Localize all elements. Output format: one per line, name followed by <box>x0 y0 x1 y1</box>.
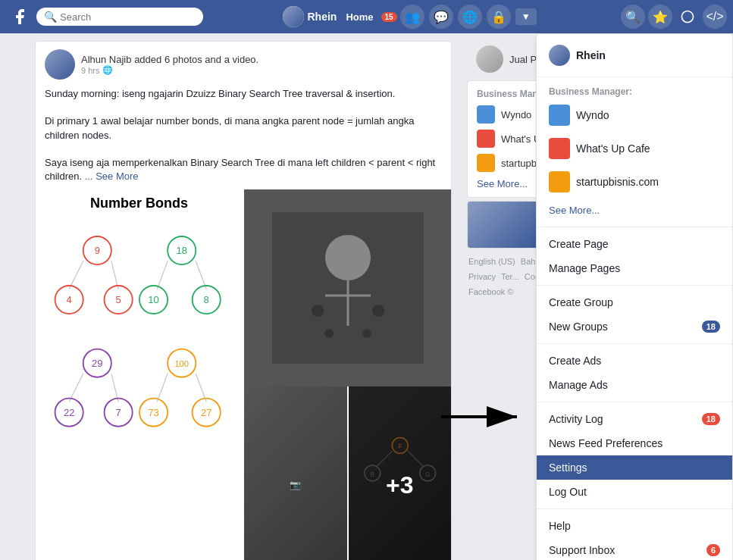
svg-line-18 <box>69 374 83 402</box>
dd-activity-log[interactable]: Activity Log 18 <box>537 407 732 431</box>
dropdown-menu: Rhein Business Manager: Wyndo What's Up … <box>536 33 733 560</box>
dd-create-page[interactable]: Create Page <box>537 232 732 256</box>
dd-support-inbox[interactable]: Support Inbox 6 <box>537 538 732 560</box>
dd-biz-wyndo[interactable]: Wyndo <box>537 99 732 132</box>
dd-biz-section: Business Manager: Wyndo What's Up Cafe s… <box>537 77 732 227</box>
dd-biz-startup[interactable]: startupbisnis.com <box>537 165 732 199</box>
svg-point-38 <box>324 329 334 338</box>
svg-text:8: 8 <box>203 295 208 306</box>
nav-left: 🔍 <box>0 3 203 30</box>
footer-link-privacy[interactable]: Privacy <box>468 272 496 281</box>
dd-settings-label: Settings <box>549 461 587 474</box>
dd-manage-pages[interactable]: Manage Pages <box>537 256 732 280</box>
dd-whatsup-icon <box>549 138 570 159</box>
nav-dropdown-button[interactable]: ▼ <box>515 8 537 25</box>
plus-overlay: +3 <box>349 386 452 560</box>
svg-text:29: 29 <box>92 358 102 369</box>
dd-create-group[interactable]: Create Group <box>537 290 732 314</box>
dd-startup-label: startupbisnis.com <box>576 176 659 188</box>
globe-icon[interactable]: 🌐 <box>458 5 482 29</box>
post-author-name[interactable]: Alhun Najib added 6 photos and a video. <box>81 54 442 65</box>
biz-logo-startup <box>477 154 495 172</box>
post-photos-right: 📷 F B <box>244 189 451 560</box>
search-input[interactable] <box>60 11 196 23</box>
dd-log-out-label: Log Out <box>549 486 587 498</box>
chevron-down-icon: ▼ <box>522 11 531 22</box>
post-author-avatar[interactable] <box>45 49 75 80</box>
dd-settings[interactable]: Settings <box>537 455 732 480</box>
dd-user-name: Rhein <box>576 49 606 61</box>
number-bonds-title: Number Bonds <box>90 196 188 211</box>
see-more-link[interactable]: ... See More <box>85 171 139 182</box>
svg-text:22: 22 <box>63 407 74 418</box>
dd-see-more-label: See More... <box>549 205 600 216</box>
dd-see-more[interactable]: See More... <box>537 199 732 222</box>
skype-icon[interactable] <box>675 5 700 29</box>
dd-new-groups-label: New Groups <box>549 321 608 333</box>
nav-home-label[interactable]: Home <box>346 11 373 23</box>
lock-icon[interactable]: 🔒 <box>487 5 511 29</box>
news-card-image <box>468 202 536 248</box>
footer-link-terms[interactable]: Ter... <box>501 272 519 281</box>
svg-line-27 <box>196 374 206 402</box>
dd-wyndo-label: Wyndo <box>576 109 609 121</box>
dd-user-item[interactable]: Rhein <box>537 39 732 72</box>
avatar <box>283 6 304 27</box>
dd-manage-ads-label: Manage Ads <box>549 379 608 391</box>
nav-user[interactable]: Rhein <box>283 6 337 27</box>
dd-help[interactable]: Help <box>537 514 732 538</box>
number-bonds-image[interactable]: Number Bonds 9 4 5 18 <box>36 189 243 560</box>
search-nav-icon[interactable]: 🔍 <box>621 5 645 29</box>
dd-create-ads[interactable]: Create Ads <box>537 349 732 373</box>
post-photo-br[interactable]: F B G +3 <box>349 386 452 560</box>
dd-new-groups[interactable]: New Groups 18 <box>537 314 732 339</box>
friends-icon[interactable]: 👥 <box>400 5 424 29</box>
svg-point-37 <box>372 305 384 317</box>
svg-point-36 <box>312 305 324 317</box>
messages-icon[interactable]: 💬 <box>429 5 453 29</box>
svg-text:7: 7 <box>115 407 121 418</box>
code-icon[interactable]: </> <box>703 5 727 29</box>
post-photo-top[interactable] <box>244 189 451 386</box>
dd-user-avatar <box>549 45 570 66</box>
svg-text:100: 100 <box>174 359 189 368</box>
svg-text:4: 4 <box>66 295 71 306</box>
search-bar[interactable]: 🔍 <box>36 8 203 26</box>
dd-manage-ads[interactable]: Manage Ads <box>537 373 732 397</box>
post-photo-bl[interactable]: 📷 <box>244 386 347 560</box>
dd-support-inbox-label: Support Inbox <box>549 544 615 556</box>
biz-logo-whatsup <box>477 130 495 148</box>
dd-biz-label: Business Manager: <box>537 82 732 99</box>
post-card: Alhun Najib added 6 photos and a video. … <box>35 41 452 560</box>
dd-wyndo-icon <box>549 105 570 126</box>
nav-user-name: Rhein <box>307 11 337 23</box>
nav-icons: 👥 💬 🌐 🔒 ▼ <box>400 5 537 29</box>
dd-news-feed-prefs[interactable]: News Feed Preferences <box>537 431 732 455</box>
svg-text:18: 18 <box>176 246 186 257</box>
footer-link-en[interactable]: English (US) <box>468 257 515 266</box>
facebook-logo[interactable] <box>6 3 33 30</box>
svg-line-11 <box>196 261 206 289</box>
home-badge: 15 <box>381 12 397 22</box>
biz-name-wyndo: Wyndo <box>501 109 531 120</box>
post-header: Alhun Najib added 6 photos and a video. … <box>36 42 451 87</box>
svg-line-19 <box>111 374 117 402</box>
dd-biz-whatsup[interactable]: What's Up Cafe <box>537 132 732 165</box>
dd-help-label: Help <box>549 520 571 532</box>
svg-line-3 <box>111 261 117 289</box>
bell-nav-icon[interactable]: ⭐ <box>648 5 672 29</box>
svg-point-33 <box>325 235 371 280</box>
svg-line-26 <box>157 374 168 402</box>
dd-whatsup-label: What's Up Cafe <box>576 142 650 155</box>
dd-log-out[interactable]: Log Out <box>537 480 732 504</box>
svg-text:5: 5 <box>115 295 121 306</box>
post-meta: Alhun Najib added 6 photos and a video. … <box>81 54 442 75</box>
svg-text:9: 9 <box>94 246 99 257</box>
dd-help-section: Help Support Inbox 6 Report a Problem <box>537 509 732 560</box>
dd-create-ads-label: Create Ads <box>549 355 601 367</box>
dd-ads-section: Create Ads Manage Ads <box>537 344 732 402</box>
left-sidebar <box>0 33 27 560</box>
dd-new-groups-badge: 18 <box>702 321 720 333</box>
footer-copyright: Facebook © <box>468 287 513 296</box>
svg-line-2 <box>69 261 83 289</box>
